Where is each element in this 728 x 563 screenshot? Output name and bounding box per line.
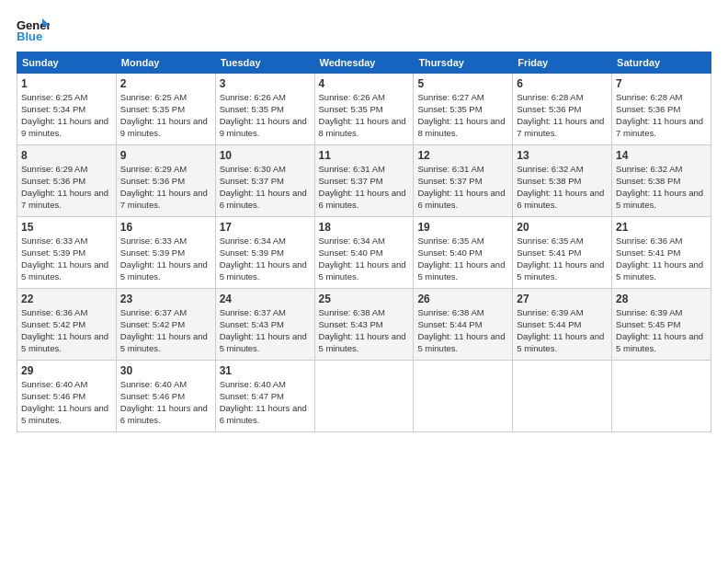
- calendar-table: SundayMondayTuesdayWednesdayThursdayFrid…: [17, 52, 711, 432]
- calendar-cell: 6Sunrise: 6:28 AMSunset: 5:36 PMDaylight…: [513, 74, 612, 145]
- day-info: Sunset: 5:35 PM: [220, 104, 311, 116]
- day-info: Sunset: 5:37 PM: [417, 176, 508, 188]
- day-info: Daylight: 11 hours and 9 minutes.: [120, 116, 211, 140]
- calendar-cell: 8Sunrise: 6:29 AMSunset: 5:36 PMDaylight…: [17, 145, 117, 217]
- day-info: Sunset: 5:39 PM: [21, 247, 112, 259]
- day-info: Daylight: 11 hours and 5 minutes.: [417, 331, 508, 355]
- day-info: Sunset: 5:44 PM: [517, 319, 608, 331]
- day-info: Daylight: 11 hours and 5 minutes.: [616, 331, 707, 355]
- day-number: 27: [517, 292, 608, 306]
- svg-text:Blue: Blue: [17, 29, 42, 42]
- day-info: Sunrise: 6:31 AM: [417, 164, 508, 176]
- day-info: Daylight: 11 hours and 5 minutes.: [517, 331, 608, 355]
- day-info: Daylight: 11 hours and 6 minutes.: [517, 188, 608, 212]
- day-info: Sunrise: 6:26 AM: [220, 92, 311, 104]
- day-info: Daylight: 11 hours and 5 minutes.: [319, 259, 410, 283]
- day-info: Sunset: 5:35 PM: [319, 104, 410, 116]
- day-info: Sunset: 5:40 PM: [417, 247, 508, 259]
- day-number: 16: [120, 220, 211, 235]
- day-info: Sunrise: 6:28 AM: [616, 92, 707, 104]
- day-number: 1: [21, 76, 112, 91]
- calendar-cell: 23Sunrise: 6:37 AMSunset: 5:42 PMDayligh…: [116, 289, 215, 361]
- day-info: Sunset: 5:37 PM: [319, 176, 410, 188]
- day-info: Daylight: 11 hours and 5 minutes.: [517, 259, 608, 283]
- day-info: Sunrise: 6:34 AM: [319, 236, 410, 247]
- weekday-header-thursday: Thursday: [414, 52, 513, 74]
- day-info: Sunset: 5:34 PM: [21, 104, 112, 116]
- day-number: 5: [417, 76, 508, 91]
- day-info: Sunrise: 6:38 AM: [417, 307, 508, 319]
- day-number: 18: [319, 220, 410, 235]
- calendar-cell: 10Sunrise: 6:30 AMSunset: 5:37 PMDayligh…: [215, 145, 314, 217]
- calendar-cell: 2Sunrise: 6:25 AMSunset: 5:35 PMDaylight…: [116, 74, 215, 145]
- day-number: 25: [319, 292, 410, 306]
- day-number: 23: [120, 292, 211, 306]
- calendar-cell: [513, 361, 612, 432]
- day-info: Sunset: 5:45 PM: [616, 319, 707, 331]
- calendar-cell: 1Sunrise: 6:25 AMSunset: 5:34 PMDaylight…: [17, 74, 117, 145]
- weekday-header-saturday: Saturday: [612, 52, 711, 74]
- day-info: Sunset: 5:47 PM: [220, 391, 311, 403]
- day-number: 3: [220, 76, 311, 91]
- day-info: Daylight: 11 hours and 5 minutes.: [120, 259, 211, 283]
- day-number: 21: [616, 220, 707, 235]
- logo: General Blue: [17, 17, 53, 42]
- day-number: 31: [220, 363, 311, 378]
- calendar-cell: 31Sunrise: 6:40 AMSunset: 5:47 PMDayligh…: [215, 361, 314, 432]
- day-info: Sunrise: 6:32 AM: [616, 164, 707, 176]
- day-info: Sunset: 5:42 PM: [120, 319, 211, 331]
- day-info: Sunrise: 6:29 AM: [120, 164, 211, 176]
- day-info: Daylight: 11 hours and 9 minutes.: [21, 116, 112, 140]
- day-info: Sunset: 5:44 PM: [417, 319, 508, 331]
- day-info: Daylight: 11 hours and 5 minutes.: [21, 331, 112, 355]
- day-number: 4: [319, 76, 410, 91]
- day-number: 15: [21, 220, 112, 235]
- day-info: Sunrise: 6:35 AM: [417, 236, 508, 247]
- day-number: 8: [21, 148, 112, 163]
- day-info: Daylight: 11 hours and 6 minutes.: [417, 188, 508, 212]
- day-info: Sunrise: 6:33 AM: [21, 236, 112, 247]
- day-number: 2: [120, 76, 211, 91]
- day-number: 28: [616, 292, 707, 306]
- day-number: 29: [21, 363, 112, 378]
- day-info: Daylight: 11 hours and 6 minutes.: [120, 403, 211, 427]
- day-number: 13: [517, 148, 608, 163]
- day-info: Daylight: 11 hours and 8 minutes.: [319, 116, 410, 140]
- day-info: Sunset: 5:41 PM: [517, 247, 608, 259]
- day-info: Daylight: 11 hours and 7 minutes.: [517, 116, 608, 140]
- day-number: 24: [220, 292, 311, 306]
- logo-icon: General Blue: [17, 17, 50, 42]
- day-number: 20: [517, 220, 608, 235]
- day-info: Sunrise: 6:35 AM: [517, 236, 608, 247]
- calendar-cell: [314, 361, 414, 432]
- calendar-cell: 25Sunrise: 6:38 AMSunset: 5:43 PMDayligh…: [314, 289, 414, 361]
- calendar-cell: 22Sunrise: 6:36 AMSunset: 5:42 PMDayligh…: [17, 289, 117, 361]
- day-info: Sunrise: 6:26 AM: [319, 92, 410, 104]
- calendar-cell: 29Sunrise: 6:40 AMSunset: 5:46 PMDayligh…: [17, 361, 117, 432]
- calendar-cell: 15Sunrise: 6:33 AMSunset: 5:39 PMDayligh…: [17, 217, 117, 289]
- day-info: Daylight: 11 hours and 5 minutes.: [120, 331, 211, 355]
- day-info: Sunrise: 6:25 AM: [120, 92, 211, 104]
- weekday-header-monday: Monday: [116, 52, 215, 74]
- day-info: Sunset: 5:40 PM: [319, 247, 410, 259]
- day-info: Sunset: 5:36 PM: [21, 176, 112, 188]
- day-info: Sunset: 5:37 PM: [220, 176, 311, 188]
- calendar-cell: 19Sunrise: 6:35 AMSunset: 5:40 PMDayligh…: [414, 217, 513, 289]
- calendar-cell: 30Sunrise: 6:40 AMSunset: 5:46 PMDayligh…: [116, 361, 215, 432]
- day-info: Sunrise: 6:29 AM: [21, 164, 112, 176]
- weekday-header-tuesday: Tuesday: [215, 52, 314, 74]
- day-info: Sunrise: 6:30 AM: [220, 164, 311, 176]
- calendar-cell: 3Sunrise: 6:26 AMSunset: 5:35 PMDaylight…: [215, 74, 314, 145]
- calendar-cell: 11Sunrise: 6:31 AMSunset: 5:37 PMDayligh…: [314, 145, 414, 217]
- day-info: Sunset: 5:36 PM: [517, 104, 608, 116]
- day-info: Sunrise: 6:36 AM: [21, 307, 112, 319]
- calendar-cell: 14Sunrise: 6:32 AMSunset: 5:38 PMDayligh…: [612, 145, 711, 217]
- calendar-cell: 26Sunrise: 6:38 AMSunset: 5:44 PMDayligh…: [414, 289, 513, 361]
- calendar-cell: 24Sunrise: 6:37 AMSunset: 5:43 PMDayligh…: [215, 289, 314, 361]
- day-info: Sunset: 5:38 PM: [616, 176, 707, 188]
- day-number: 10: [220, 148, 311, 163]
- day-info: Sunset: 5:35 PM: [120, 104, 211, 116]
- day-info: Sunset: 5:43 PM: [220, 319, 311, 331]
- day-info: Daylight: 11 hours and 5 minutes.: [417, 259, 508, 283]
- day-number: 17: [220, 220, 311, 235]
